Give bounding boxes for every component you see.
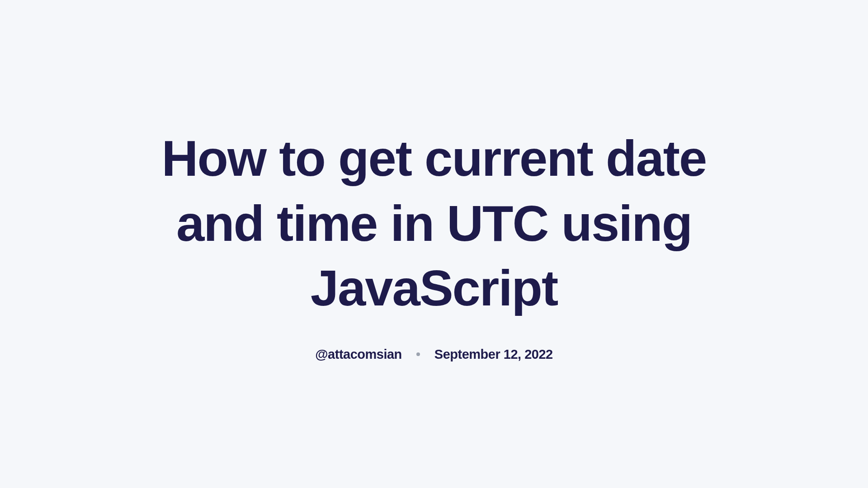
separator-dot — [416, 352, 420, 356]
article-title: How to get current date and time in UTC … — [136, 126, 732, 320]
publish-date: September 12, 2022 — [434, 347, 553, 362]
author-handle: @attacomsian — [315, 347, 402, 362]
article-meta: @attacomsian September 12, 2022 — [315, 347, 552, 362]
article-header: How to get current date and time in UTC … — [118, 126, 750, 361]
